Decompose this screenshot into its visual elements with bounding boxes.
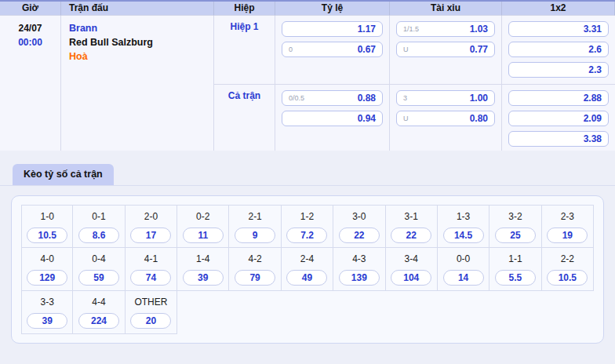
fulltime-handicap-home-odds-button[interactable]: 0/0.5 0.88 [282, 90, 383, 106]
over-under-line-label: 3 [403, 94, 407, 102]
odds-value: 0.80 [470, 113, 488, 124]
score-odds-button[interactable]: 9 [235, 228, 275, 243]
score-label: 3-3 [22, 296, 72, 309]
column-header-time: Giờ [0, 2, 61, 16]
score-odds-button[interactable]: 129 [27, 270, 67, 286]
column-header-match: Trận đấu [61, 2, 214, 16]
score-odds-button[interactable]: 74 [130, 270, 171, 286]
column-header-handicap: Tỷ lệ [275, 2, 390, 16]
handicap-line-label: 0/0.5 [289, 94, 304, 102]
score-odds-button[interactable]: 39 [183, 270, 224, 286]
score-cell: OTHER 20 [126, 291, 177, 334]
score-cell: 2-2 10.5 [542, 248, 594, 291]
column-header-half: Hiệp [214, 2, 275, 16]
score-label: 1-0 [22, 210, 72, 224]
home-team-name[interactable]: Brann [69, 21, 213, 35]
score-label: 2-2 [542, 253, 593, 266]
score-cell: 0-4 59 [73, 248, 125, 291]
score-odds-button[interactable]: 14 [443, 270, 484, 286]
odds-value: 3.38 [584, 133, 602, 144]
score-cell: 3-3 39 [21, 291, 73, 334]
fulltime-1x2-draw-odds-button[interactable]: 2.09 [508, 111, 609, 126]
score-odds-button[interactable]: 10.5 [547, 270, 588, 286]
match-teams-cell: Brann Red Bull Salzburg Hoà [61, 16, 214, 151]
fulltime-handicap-cell: 0/0.5 0.88 0.94 [275, 84, 390, 151]
fulltime-over-odds-button[interactable]: 3 1.00 [396, 90, 495, 106]
score-label: 0-0 [438, 253, 489, 266]
score-odds-button[interactable]: 59 [78, 270, 119, 286]
score-odds-button[interactable]: 49 [286, 270, 327, 286]
score-label: 1-3 [438, 210, 489, 224]
score-odds-button[interactable]: 39 [27, 313, 67, 329]
score-odds-button[interactable]: 79 [235, 270, 275, 286]
score-odds-button[interactable]: 11 [183, 228, 224, 243]
fulltime-over-under-cell: 3 1.00 U 0.80 [390, 84, 502, 151]
score-odds-button[interactable]: 19 [547, 228, 588, 243]
score-odds-button[interactable]: 7.2 [286, 228, 327, 243]
section-label-fulltime: Cả trận [214, 84, 275, 151]
correct-score-grid: 1-0 10.5 0-1 8.6 2-0 17 0-2 11 2-1 9 1-2… [21, 205, 594, 334]
fulltime-1x2-away-odds-button[interactable]: 3.38 [508, 131, 609, 147]
score-odds-button[interactable]: 8.6 [78, 228, 119, 243]
odds-value: 1.00 [470, 93, 488, 104]
tab-correct-score[interactable]: Kèo tỷ số cả trận [13, 164, 114, 185]
handicap-line-label: 0 [289, 46, 293, 53]
half1-over-odds-button[interactable]: 1/1.5 1.03 [396, 21, 495, 37]
score-label: 1-1 [489, 253, 540, 266]
odds-value: 0.88 [358, 93, 376, 104]
score-odds-button[interactable]: 139 [339, 270, 380, 286]
score-cell: 2-3 19 [542, 205, 594, 248]
half1-1x2-away-odds-button[interactable]: 2.3 [508, 62, 609, 78]
score-label: 2-1 [229, 210, 280, 224]
score-odds-button[interactable]: 104 [391, 270, 431, 286]
half1-1x2-cell: 3.31 2.6 2.3 [502, 16, 615, 84]
half1-handicap-cell: 1.17 0 0.67 [275, 16, 390, 84]
score-label: 4-4 [73, 296, 124, 309]
score-cell: 1-4 39 [177, 248, 229, 291]
score-cell: 1-0 10.5 [21, 205, 73, 248]
score-label: 3-2 [489, 210, 540, 224]
score-cell: 3-1 22 [386, 205, 438, 248]
score-odds-button[interactable]: 14.5 [443, 228, 484, 243]
score-cell: 0-0 14 [438, 248, 489, 291]
half1-1x2-home-odds-button[interactable]: 3.31 [508, 21, 609, 37]
score-cell: 1-1 5.5 [489, 248, 541, 291]
odds-value: 1.17 [358, 24, 376, 35]
score-odds-button[interactable]: 10.5 [27, 228, 67, 243]
fulltime-1x2-home-odds-button[interactable]: 2.88 [508, 90, 609, 106]
score-cell: 2-0 17 [126, 205, 177, 248]
score-label: 2-4 [282, 253, 333, 266]
score-odds-button[interactable]: 20 [130, 313, 171, 329]
half1-handicap-away-odds-button[interactable]: 0 0.67 [282, 42, 383, 57]
half1-1x2-draw-odds-button[interactable]: 2.6 [508, 42, 609, 57]
score-odds-button[interactable]: 22 [339, 228, 380, 243]
odds-value: 1.03 [470, 24, 488, 35]
half1-handicap-home-odds-button[interactable]: 1.17 [282, 21, 383, 37]
score-odds-button[interactable]: 17 [130, 228, 171, 243]
score-cell: 4-2 79 [229, 248, 281, 291]
score-odds-button[interactable]: 5.5 [495, 270, 536, 286]
fulltime-under-odds-button[interactable]: U 0.80 [396, 111, 495, 126]
score-label: 0-1 [73, 210, 124, 224]
score-odds-button[interactable]: 22 [391, 228, 431, 243]
score-label: 1-2 [282, 210, 333, 224]
score-label: 3-0 [333, 210, 384, 224]
score-cell: 0-1 8.6 [73, 205, 125, 248]
half1-under-odds-button[interactable]: U 0.77 [396, 42, 495, 57]
correct-score-panel: 1-0 10.5 0-1 8.6 2-0 17 0-2 11 2-1 9 1-2… [11, 195, 604, 344]
match-time-cell: 24/07 00:00 [0, 16, 61, 151]
score-odds-button[interactable]: 224 [78, 313, 119, 329]
score-label: 1-4 [177, 253, 228, 266]
score-label: 3-1 [386, 210, 437, 224]
score-cell: 4-0 129 [21, 248, 73, 291]
score-cell: 2-4 49 [282, 248, 333, 291]
odds-value: 3.31 [584, 24, 602, 35]
section-label-half1: Hiệp 1 [214, 16, 275, 84]
fulltime-handicap-away-odds-button[interactable]: 0.94 [282, 111, 383, 126]
odds-value: 0.77 [470, 44, 488, 55]
score-cell: 3-0 22 [333, 205, 385, 248]
score-label: 4-1 [126, 253, 176, 266]
score-cell: 3-2 25 [489, 205, 541, 248]
score-odds-button[interactable]: 25 [495, 228, 536, 243]
score-label: 3-4 [386, 253, 437, 266]
